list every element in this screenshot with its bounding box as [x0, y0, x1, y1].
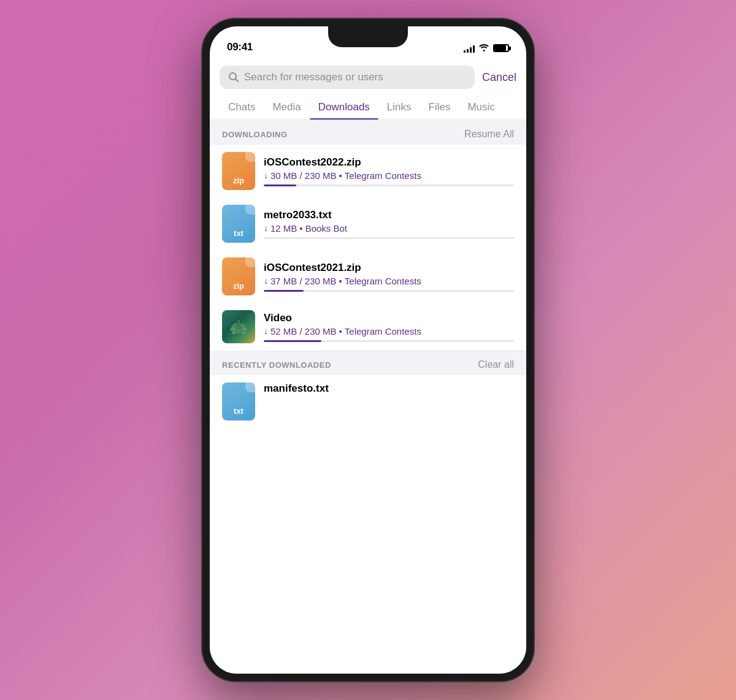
- file-meta-metro2033: ↓ 12 MB • Books Bot: [264, 223, 514, 234]
- file-icon-image-video: [222, 310, 255, 343]
- download-arrow-icon: ↓: [264, 223, 268, 233]
- download-item-ios2022[interactable]: zip iOSContest2022.zip ↓ 30 MB / 230 MB …: [210, 145, 526, 197]
- search-placeholder: Search for messages or users: [244, 71, 383, 83]
- status-time: 09:41: [227, 41, 253, 53]
- svg-point-2: [236, 320, 242, 326]
- file-name-manifesto: manifesto.txt: [264, 382, 514, 395]
- svg-point-7: [237, 334, 240, 338]
- file-icon-zip-2021: zip: [222, 257, 255, 295]
- file-icon-txt-metro: txt: [222, 205, 255, 243]
- notch: [328, 26, 408, 47]
- downloading-label: DOWNLOADING: [222, 130, 288, 139]
- download-arrow-icon: ↓: [264, 276, 268, 286]
- svg-point-9: [240, 321, 241, 322]
- tab-chats[interactable]: Chats: [220, 96, 264, 120]
- file-info-metro2033: metro2033.txt ↓ 12 MB • Books Bot: [264, 209, 514, 239]
- download-item-metro2033[interactable]: txt metro2033.txt ↓ 12 MB • Books Bot: [210, 197, 526, 250]
- file-info-ios2022: iOSContest2022.zip ↓ 30 MB / 230 MB • Te…: [264, 156, 514, 186]
- recently-label: RECENTLY DOWNLOADED: [222, 360, 331, 370]
- file-meta-ios2021: ↓ 37 MB / 230 MB • Telegram Contests: [264, 276, 514, 286]
- tab-links[interactable]: Links: [378, 96, 420, 120]
- file-name-metro2033: metro2033.txt: [264, 209, 514, 221]
- progress-bar-ios2021: [264, 290, 514, 292]
- progress-bar-metro2033: [264, 237, 514, 239]
- file-info-video: Video ↓ 52 MB / 230 MB • Telegram Contes…: [264, 312, 514, 342]
- file-meta-video: ↓ 52 MB / 230 MB • Telegram Contests: [264, 326, 514, 337]
- tabs-row: Chats Media Downloads Links Files Music: [210, 96, 526, 120]
- search-input-wrapper[interactable]: Search for messages or users: [220, 66, 475, 89]
- file-name-ios2021: iOSContest2021.zip: [264, 262, 514, 274]
- download-item-ios2021[interactable]: zip iOSContest2021.zip ↓ 37 MB / 230 MB …: [210, 250, 526, 303]
- status-icons: [464, 43, 509, 53]
- wifi-icon: [478, 43, 489, 53]
- file-icon-txt-manifesto: txt: [222, 382, 255, 420]
- download-arrow-icon: ↓: [264, 326, 268, 336]
- search-icon: [228, 72, 239, 83]
- battery-icon: [493, 44, 509, 52]
- tab-files[interactable]: Files: [420, 96, 459, 120]
- recent-item-manifesto[interactable]: txt manifesto.txt: [210, 375, 526, 428]
- recently-section-header: RECENTLY DOWNLOADED Clear all: [210, 351, 526, 375]
- cancel-button[interactable]: Cancel: [482, 69, 516, 86]
- progress-bar-video: [264, 340, 514, 342]
- file-meta-ios2022: ↓ 30 MB / 230 MB • Telegram Contests: [264, 170, 514, 181]
- download-arrow-icon: ↓: [264, 170, 268, 180]
- tab-media[interactable]: Media: [264, 96, 309, 120]
- search-bar-row: Search for messages or users Cancel: [210, 58, 526, 96]
- file-info-ios2021: iOSContest2021.zip ↓ 37 MB / 230 MB • Te…: [264, 262, 514, 292]
- tab-downloads[interactable]: Downloads: [310, 96, 378, 120]
- download-item-video[interactable]: Video ↓ 52 MB / 230 MB • Telegram Contes…: [210, 303, 526, 351]
- progress-bar-ios2022: [264, 185, 514, 186]
- resume-all-button[interactable]: Resume All: [464, 129, 514, 140]
- signal-icon: [464, 44, 475, 53]
- downloading-section-header: DOWNLOADING Resume All: [210, 120, 526, 145]
- file-icon-zip-2022: zip: [222, 152, 255, 190]
- file-name-video: Video: [264, 312, 514, 324]
- phone-wrapper: 09:41: [202, 19, 534, 681]
- svg-point-8: [236, 321, 237, 322]
- clear-all-button[interactable]: Clear all: [478, 359, 514, 370]
- content-area: Search for messages or users Cancel Chat…: [210, 58, 526, 674]
- tab-music[interactable]: Music: [459, 96, 503, 120]
- file-name-ios2022: iOSContest2022.zip: [264, 156, 514, 169]
- phone-screen: 09:41: [210, 26, 526, 674]
- file-info-manifesto: manifesto.txt: [264, 382, 514, 397]
